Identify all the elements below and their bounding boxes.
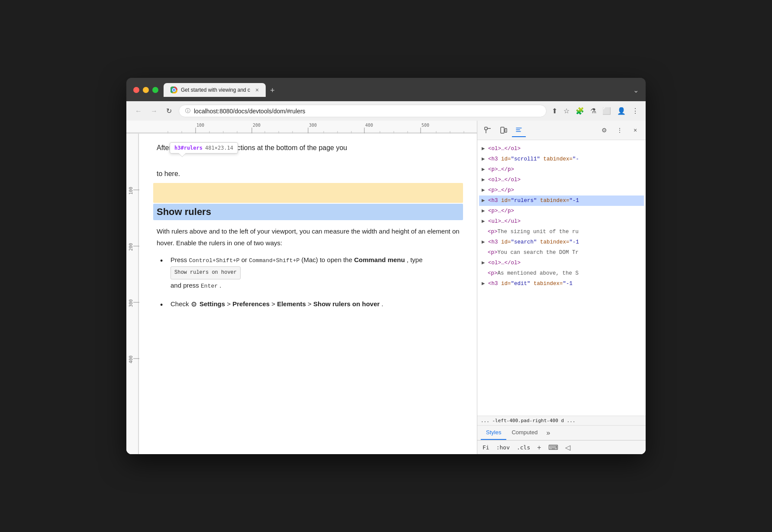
bullet-1-prefix: Press <box>170 256 187 263</box>
page-content: After completing the instructions at the… <box>139 134 477 454</box>
tab-close-button[interactable]: × <box>255 87 259 93</box>
dom-tree: ▶ <ol>…</ol> ▶ <h3 id="scroll1" tabindex… <box>477 140 646 416</box>
bullet-2-sep2: > <box>271 300 277 308</box>
bullet-2-sep3: > <box>308 300 313 308</box>
dom-item[interactable]: <p>You can search the DOM Tr <box>479 247 644 258</box>
bullet-1-code: Show rulers on hover <box>170 266 241 279</box>
dom-arrow[interactable]: ▶ <box>482 156 485 162</box>
bullet-1-bold: Command menu <box>354 256 405 263</box>
dom-tag: <ul>…</ul> <box>488 218 521 224</box>
dom-item[interactable]: ▶ <h3 id="search" tabindex="-1 <box>479 237 644 247</box>
devtools-settings-button[interactable]: ⚙ <box>597 123 611 137</box>
dom-item[interactable]: ▶ <ol>…</ol> <box>479 175 644 185</box>
devtools-panel: ⚙ ⋮ × ▶ <ol>…</ol> ▶ <h3 id="scroll1" ta… <box>477 121 646 454</box>
dom-item[interactable]: ▶ <h3 id="scroll1" tabindex="- <box>479 154 644 164</box>
dom-arrow[interactable]: ▶ <box>482 177 485 183</box>
bullet-list: Press Control+Shift+P or Command+Shift+P… <box>160 254 460 311</box>
dom-item[interactable]: ▶ <p>…</p> <box>479 206 644 216</box>
dom-item[interactable]: ▶ <ol>…</ol> <box>479 258 644 268</box>
devtools-close-button[interactable]: × <box>628 123 642 137</box>
gear-icon: ⚙ <box>191 298 197 311</box>
svg-text:100: 100 <box>129 187 133 195</box>
dom-tag: <ol>…</ol> <box>488 260 521 266</box>
bullet-item-2: Check ⚙ Settings > Preferences > Element… <box>160 298 460 311</box>
svg-text:100: 100 <box>196 123 204 128</box>
traffic-lights <box>133 87 158 93</box>
dom-attr-value: "-1 <box>569 239 579 245</box>
dom-item-selected[interactable]: ▶ <h3 id="rulers" tabindex="-1 <box>479 195 644 206</box>
traffic-light-yellow[interactable] <box>143 87 149 93</box>
active-tab[interactable]: Get started with viewing and c × <box>164 83 266 97</box>
bullet-1-end: . <box>219 282 221 289</box>
dom-attr-value: "-1 <box>563 281 573 287</box>
dom-item[interactable]: <p>As mentioned above, the S <box>479 268 644 279</box>
more-tabs-button[interactable]: » <box>543 427 553 439</box>
devtools-more-button[interactable]: ⋮ <box>613 123 627 137</box>
bookmark-icon[interactable]: ☆ <box>563 107 569 115</box>
dom-arrow[interactable]: ▶ <box>482 218 485 224</box>
style-icon1[interactable]: ⌨ <box>547 442 560 452</box>
hov-button[interactable]: :hov <box>495 443 511 452</box>
url-text: localhost:8080/docs/devtools/dom/#rulers <box>194 108 540 115</box>
computed-tab[interactable]: Computed <box>506 426 543 440</box>
body-text: With rulers above and to the left of you… <box>157 225 460 249</box>
vertical-ruler: 100 200 300 400 <box>126 134 139 454</box>
labs-icon[interactable]: ⚗ <box>590 107 596 115</box>
svg-rect-42 <box>485 127 487 130</box>
svg-text:300: 300 <box>309 123 317 128</box>
dom-attr-value: "rulers" <box>511 198 537 204</box>
dom-item[interactable]: ▶ <ol>…</ol> <box>479 144 644 154</box>
back-button[interactable]: ← <box>133 106 144 117</box>
extensions-icon[interactable]: 🧩 <box>576 107 584 115</box>
devtools-toolbar: ⚙ ⋮ × <box>477 121 646 140</box>
tab-title: Get started with viewing and c <box>181 87 250 93</box>
dom-arrow[interactable]: ▶ <box>482 239 485 245</box>
dom-arrow[interactable]: ▶ <box>482 187 485 193</box>
cls-button[interactable]: .cls <box>515 443 532 452</box>
traffic-light-red[interactable] <box>133 87 139 93</box>
style-icon2[interactable]: ◁ <box>563 442 572 452</box>
styles-tab[interactable]: Styles <box>481 426 506 440</box>
dom-arrow[interactable]: ▶ <box>482 281 485 287</box>
devtools-device-button[interactable] <box>496 123 510 137</box>
dom-tag: <h3 <box>488 239 501 245</box>
bullet-1-enter: Enter <box>201 283 218 289</box>
add-style-button[interactable]: + <box>535 443 543 452</box>
devtools-content: ▶ <ol>…</ol> ▶ <h3 id="scroll1" tabindex… <box>477 140 646 454</box>
new-tab-button[interactable]: + <box>266 84 279 97</box>
tooltip-size-label: 481×23.14 <box>205 145 233 151</box>
dom-arrow[interactable]: ▶ <box>482 208 485 214</box>
url-bar[interactable]: ⓘ localhost:8080/docs/devtools/dom/#rule… <box>179 105 547 117</box>
dom-item[interactable]: ▶ <h3 id="edit" tabindex="-1 <box>479 279 644 289</box>
menu-icon[interactable]: ⋮ <box>632 107 639 115</box>
account-icon[interactable]: 👤 <box>617 107 626 115</box>
reload-button[interactable]: ↻ <box>164 105 174 117</box>
traffic-light-green[interactable] <box>152 87 158 93</box>
ruler-v-svg: 100 200 300 400 <box>126 134 139 454</box>
media-icon[interactable]: ⬜ <box>602 107 611 115</box>
svg-text:500: 500 <box>421 123 429 128</box>
tooltip-arrow <box>179 153 186 157</box>
dom-text: The sizing unit of the ru <box>498 229 579 235</box>
dom-arrow[interactable]: ▶ <box>482 198 485 204</box>
section-heading: Show rulers <box>157 206 460 218</box>
share-icon[interactable]: ⬆ <box>552 107 557 115</box>
bullet-1-key1: Control+Shift+P <box>189 257 240 264</box>
bullet-1-key2: Command+Shift+P <box>249 257 299 264</box>
dom-attr-value: "-1 <box>569 198 579 204</box>
dom-item[interactable]: ▶ <p>…</p> <box>479 164 644 175</box>
dom-item[interactable]: ▶ <ul>…</ul> <box>479 216 644 227</box>
dom-arrow[interactable]: ▶ <box>482 167 485 173</box>
orange-highlight-block <box>153 183 463 203</box>
dom-item[interactable]: ▶ <p>…</p> <box>479 185 644 195</box>
devtools-console-button[interactable] <box>512 123 526 137</box>
tab-menu-button[interactable]: ⌄ <box>633 86 639 97</box>
dom-item[interactable]: <p>The sizing unit of the ru <box>479 227 644 237</box>
devtools-inspect-button[interactable] <box>481 123 495 137</box>
dom-arrow[interactable]: ▶ <box>482 260 485 266</box>
intro-text-2: to here. <box>157 168 460 179</box>
browser-window: Get started with viewing and c × + ⌄ ← →… <box>126 78 646 454</box>
dom-arrow[interactable]: ▶ <box>482 146 485 152</box>
dom-tag: <p>…</p> <box>488 208 514 214</box>
forward-button[interactable]: → <box>149 106 159 117</box>
